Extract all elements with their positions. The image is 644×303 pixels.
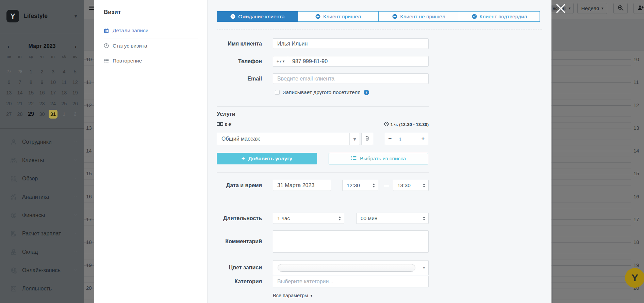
calendar-day-number: 17 bbox=[49, 88, 57, 97]
calendar-day[interactable]: 30 bbox=[36, 109, 47, 119]
sidebar-item-grid[interactable]: Обзор bbox=[0, 170, 84, 188]
quantity-minus-button[interactable]: − bbox=[385, 133, 395, 145]
quantity-input[interactable] bbox=[395, 133, 418, 145]
sidebar-item-warehouse[interactable]: Склад bbox=[0, 243, 84, 261]
close-modal-button[interactable] bbox=[554, 2, 567, 15]
sidebar-item-analytics[interactable]: Аналитика bbox=[0, 188, 84, 206]
end-time-select[interactable]: 13:30 bbox=[393, 180, 429, 191]
sidebar-item-finance[interactable]: Финансы bbox=[0, 206, 84, 225]
tab-status[interactable]: Клиент пришёл bbox=[298, 11, 379, 22]
calendar-day[interactable]: 10 bbox=[48, 77, 59, 87]
modal-nav-item[interactable]: Повторение bbox=[104, 53, 198, 68]
calendar-day[interactable]: 1 bbox=[26, 66, 36, 77]
sidebar-item-people[interactable]: Клиенты bbox=[0, 151, 84, 170]
sidebar-item-person[interactable]: Сотрудники bbox=[0, 133, 84, 151]
start-time-select[interactable]: 12:30 bbox=[342, 180, 378, 191]
prev-month-button[interactable]: ‹ bbox=[3, 43, 13, 49]
divider bbox=[217, 106, 429, 107]
duration-minutes-select[interactable]: 00 мин bbox=[356, 213, 429, 224]
calendar-day[interactable]: 21 bbox=[14, 98, 25, 109]
chevron-down-icon: ▾ bbox=[349, 133, 360, 145]
info-icon[interactable]: i bbox=[364, 90, 369, 95]
calendar-day[interactable]: 6 bbox=[3, 77, 14, 87]
support-chat-widget[interactable]: Y bbox=[625, 268, 644, 288]
sidebar-item-loyalty[interactable]: Лояльность bbox=[0, 280, 84, 298]
calendar-day[interactable]: 9 bbox=[36, 77, 47, 87]
calendar-day[interactable]: 14 bbox=[14, 88, 25, 98]
phone-input[interactable] bbox=[288, 56, 428, 66]
duration-hours-select[interactable]: 1 час bbox=[273, 213, 344, 224]
visit-form: Ожидание клиентаКлиент пришёлКлиент не п… bbox=[208, 0, 551, 303]
service-select[interactable]: Общий массаж ▾ bbox=[217, 133, 360, 145]
calendar-day[interactable]: 28 bbox=[14, 66, 25, 77]
modal-nav-item[interactable]: Детали записи bbox=[104, 23, 198, 38]
quantity-plus-button[interactable]: + bbox=[418, 133, 428, 145]
company-switcher[interactable]: Y Lifestyle ▼ bbox=[6, 10, 78, 22]
month-title: Март 2023 bbox=[29, 43, 56, 49]
other-visitor-checkbox[interactable] bbox=[275, 90, 280, 95]
all-params-toggle[interactable]: Все параметры ▾ bbox=[273, 293, 312, 298]
calendar-day[interactable]: 20 bbox=[3, 98, 14, 109]
calendar-day[interactable]: 5 bbox=[70, 66, 81, 77]
calendar-day[interactable]: 1 bbox=[59, 109, 69, 119]
category-input[interactable] bbox=[273, 276, 429, 287]
calendar-day[interactable]: 28 bbox=[14, 109, 25, 119]
calendar-day[interactable]: 27 bbox=[3, 109, 14, 119]
calendar-day[interactable]: 8 bbox=[26, 77, 36, 87]
app-root: ности ▾ Неделя ▾ 10101111121213131414151… bbox=[0, 0, 644, 303]
calendar-day[interactable]: 31 bbox=[48, 109, 59, 119]
record-color-select[interactable]: ▾ bbox=[273, 260, 429, 275]
calendar-day[interactable]: 2 bbox=[70, 109, 81, 119]
calendar-day[interactable]: 29 bbox=[26, 109, 36, 119]
sidebar-item-salary[interactable]: Расчет зарплат bbox=[0, 225, 84, 243]
next-month-button[interactable]: › bbox=[71, 43, 81, 49]
modal-nav-item[interactable]: Статус визита bbox=[104, 38, 198, 53]
category-label: Категория bbox=[208, 276, 262, 287]
sidebar-item-label: Лояльность bbox=[22, 286, 78, 292]
record-color-label: Цвет записи bbox=[208, 260, 262, 275]
tab-status[interactable]: Клиент не пришёл bbox=[378, 11, 459, 22]
calendar-day[interactable]: 24 bbox=[48, 98, 59, 109]
calendar-day[interactable]: 18 bbox=[59, 88, 69, 98]
calendar-day[interactable]: 2 bbox=[36, 66, 47, 77]
comment-textarea[interactable] bbox=[273, 230, 429, 253]
calendar-day[interactable]: 22 bbox=[26, 98, 36, 109]
tab-status[interactable]: Ожидание клиента bbox=[217, 11, 298, 22]
chat-logo-icon: Y bbox=[631, 272, 638, 284]
calendar-day[interactable]: 26 bbox=[70, 98, 81, 109]
calendar-day[interactable]: 23 bbox=[36, 98, 47, 109]
calendar-day[interactable]: 4 bbox=[59, 66, 69, 77]
calendar-day[interactable]: 17 bbox=[48, 88, 59, 98]
analytics-icon bbox=[10, 194, 17, 200]
calendar-day[interactable]: 3 bbox=[48, 66, 59, 77]
duration-hours-value: 1 час bbox=[277, 215, 290, 221]
modal-nav-item-label: Повторение bbox=[113, 58, 142, 64]
calendar-day[interactable]: 12 bbox=[70, 77, 81, 87]
calendar-day[interactable]: 25 bbox=[59, 98, 69, 109]
calendar-day[interactable]: 15 bbox=[26, 88, 36, 98]
calendar-day[interactable]: 13 bbox=[3, 88, 14, 98]
calendar-day[interactable]: 11 bbox=[59, 77, 69, 87]
date-input[interactable] bbox=[273, 180, 331, 191]
calendar-day[interactable]: 16 bbox=[36, 88, 47, 98]
service-select-value: Общий массаж bbox=[217, 136, 349, 142]
country-code-dropdown[interactable]: +7 ▾ bbox=[273, 56, 288, 66]
calendar-day[interactable]: 27 bbox=[3, 66, 14, 77]
tab-label: Клиент подтвердил bbox=[480, 14, 527, 20]
calendar-day[interactable]: 7 bbox=[14, 77, 25, 87]
warehouse-icon bbox=[10, 249, 17, 255]
calendar-day[interactable]: 19 bbox=[70, 88, 81, 98]
calendar-day-number: 26 bbox=[71, 99, 80, 108]
other-visitor-label: Записывает другого посетителя bbox=[283, 89, 361, 95]
email-input[interactable] bbox=[273, 73, 429, 84]
tab-status[interactable]: Клиент подтвердил bbox=[459, 11, 540, 22]
calendar-day-number: 10 bbox=[49, 78, 57, 87]
calendar-day-number: 19 bbox=[71, 88, 80, 97]
pick-from-list-button[interactable]: Выбрать из списка bbox=[329, 153, 428, 164]
client-name-input[interactable] bbox=[273, 38, 429, 49]
delete-service-button[interactable] bbox=[361, 133, 373, 145]
sidebar-item-online[interactable]: Онлайн-запись bbox=[0, 261, 84, 280]
add-service-button[interactable]: + Добавить услугу bbox=[217, 153, 317, 164]
country-code-value: +7 bbox=[277, 59, 282, 64]
tab-label: Ожидание клиента bbox=[238, 14, 284, 20]
